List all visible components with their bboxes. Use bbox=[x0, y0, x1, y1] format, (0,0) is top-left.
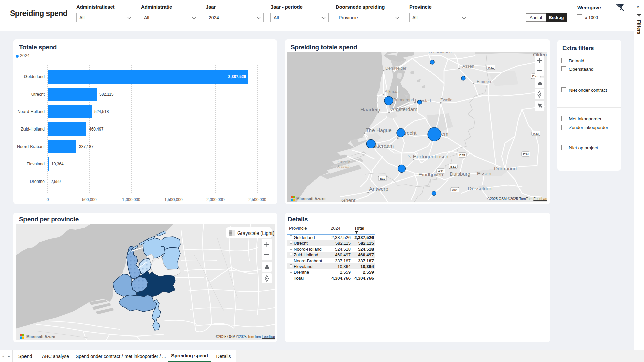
svg-text:Grayscale (Light): Grayscale (Light) bbox=[237, 230, 274, 236]
svg-text:©2025 OSM ©2025 TomTom Feedb: ©2025 OSM ©2025 TomTom Feedback bbox=[216, 334, 275, 339]
svg-text:A31: A31 bbox=[438, 169, 444, 173]
svg-text:Antwerp: Antwerp bbox=[369, 186, 388, 192]
svg-text:Amsterdam: Amsterdam bbox=[391, 106, 417, 112]
svg-text:Ghent: Ghent bbox=[341, 197, 356, 202]
svg-text:Leeuwarden: Leeuwarden bbox=[429, 52, 452, 54]
svg-text:Zwolle: Zwolle bbox=[440, 98, 452, 102]
svg-text:The Hague: The Hague bbox=[366, 127, 392, 133]
svg-text:Schelde: Schelde bbox=[337, 164, 350, 169]
svg-text:E31: E31 bbox=[450, 165, 456, 168]
svg-text:Microsoft Azure: Microsoft Azure bbox=[296, 197, 325, 201]
svg-text:E19: E19 bbox=[380, 177, 385, 180]
svg-text:E35: E35 bbox=[459, 153, 465, 157]
svg-text:A31: A31 bbox=[488, 66, 494, 69]
svg-text:Microsoft Azure: Microsoft Azure bbox=[26, 334, 55, 339]
svg-text:Eastern: Eastern bbox=[337, 160, 350, 164]
svg-text:Alkmaar: Alkmaar bbox=[385, 89, 400, 94]
svg-text:otterdam: otterdam bbox=[373, 143, 394, 149]
svg-text:Assen: Assen bbox=[462, 64, 474, 69]
svg-text:A33: A33 bbox=[533, 132, 539, 135]
svg-text:Düsseldorf: Düsseldorf bbox=[468, 186, 493, 191]
svg-text:Den Helder: Den Helder bbox=[385, 66, 406, 71]
svg-text:Duisburg: Duisburg bbox=[450, 171, 470, 177]
svg-text:Emmen: Emmen bbox=[477, 79, 491, 84]
svg-text:©2025 OSM ©2025 TomTom Feedb: ©2025 OSM ©2025 TomTom Feedback bbox=[487, 197, 547, 201]
svg-text:E34: E34 bbox=[523, 152, 529, 156]
svg-text:recht: recht bbox=[405, 130, 417, 136]
svg-text:Dortmund: Dortmund bbox=[494, 166, 517, 171]
svg-text:A61: A61 bbox=[452, 188, 458, 192]
svg-text:Haarlem: Haarlem bbox=[360, 107, 380, 112]
svg-text:Essen: Essen bbox=[477, 171, 491, 176]
svg-text:Purmerend: Purmerend bbox=[393, 98, 414, 102]
svg-text:'s-Hertogenbosch: 's-Hertogenbosch bbox=[408, 154, 448, 159]
